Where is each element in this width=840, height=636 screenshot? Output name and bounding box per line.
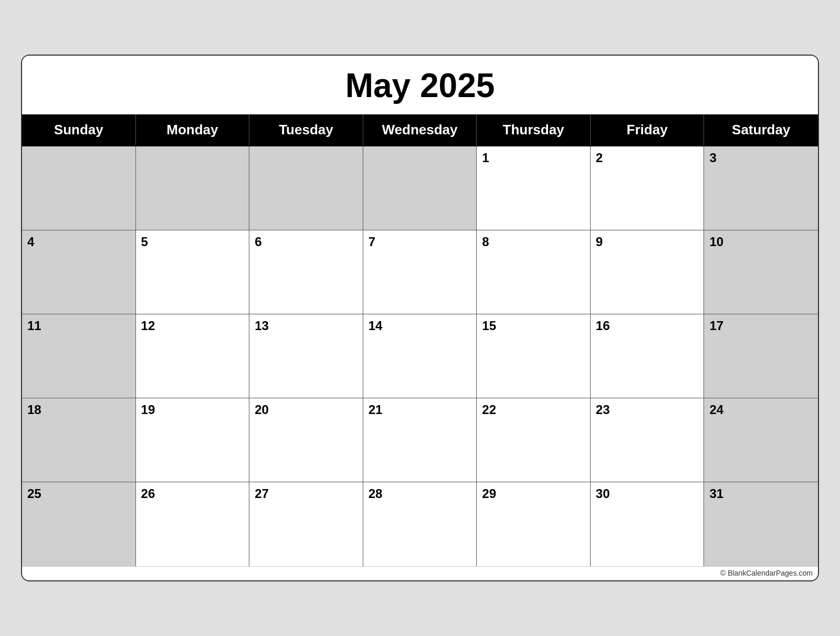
day-cell-25[interactable]: 25 bbox=[22, 482, 136, 566]
day-header-thursday: Thursday bbox=[477, 114, 591, 145]
day-cell-11[interactable]: 11 bbox=[22, 314, 136, 398]
day-cell-3[interactable]: 3 bbox=[704, 146, 818, 230]
day-cell-20[interactable]: 20 bbox=[249, 398, 363, 482]
day-header-tuesday: Tuesday bbox=[249, 114, 363, 145]
day-cell-18[interactable]: 18 bbox=[22, 398, 136, 482]
day-cell-4[interactable]: 4 bbox=[22, 230, 136, 314]
day-cell-6[interactable]: 6 bbox=[249, 230, 363, 314]
day-cell-17[interactable]: 17 bbox=[704, 314, 818, 398]
day-header-saturday: Saturday bbox=[704, 114, 818, 145]
day-cell-30[interactable]: 30 bbox=[591, 482, 705, 566]
day-cell-23[interactable]: 23 bbox=[591, 398, 705, 482]
day-cell-12[interactable]: 12 bbox=[136, 314, 250, 398]
day-cell-24[interactable]: 24 bbox=[704, 398, 818, 482]
day-cell-empty[interactable] bbox=[22, 146, 136, 230]
day-cell-31[interactable]: 31 bbox=[704, 482, 818, 566]
day-cell-14[interactable]: 14 bbox=[363, 314, 477, 398]
day-cell-1[interactable]: 1 bbox=[477, 146, 591, 230]
day-cell-19[interactable]: 19 bbox=[136, 398, 250, 482]
calendar-container: May 2025 SundayMondayTuesdayWednesdayThu… bbox=[21, 55, 819, 581]
day-cell-15[interactable]: 15 bbox=[477, 314, 591, 398]
day-header-monday: Monday bbox=[136, 114, 250, 145]
day-cell-29[interactable]: 29 bbox=[477, 482, 591, 566]
day-cell-empty[interactable] bbox=[363, 146, 477, 230]
day-cell-7[interactable]: 7 bbox=[363, 230, 477, 314]
day-header-wednesday: Wednesday bbox=[363, 114, 477, 145]
day-cell-9[interactable]: 9 bbox=[591, 230, 705, 314]
day-cell-empty[interactable] bbox=[136, 146, 250, 230]
calendar-title: May 2025 bbox=[22, 56, 818, 114]
day-cell-8[interactable]: 8 bbox=[477, 230, 591, 314]
day-cell-5[interactable]: 5 bbox=[136, 230, 250, 314]
day-cell-13[interactable]: 13 bbox=[249, 314, 363, 398]
day-cell-16[interactable]: 16 bbox=[591, 314, 705, 398]
watermark: © BlankCalendarPages.com bbox=[22, 566, 818, 580]
day-cell-28[interactable]: 28 bbox=[363, 482, 477, 566]
calendar-grid: 1234567891011121314151617181920212223242… bbox=[22, 145, 818, 566]
calendar-header: SundayMondayTuesdayWednesdayThursdayFrid… bbox=[22, 114, 818, 145]
day-cell-26[interactable]: 26 bbox=[136, 482, 250, 566]
day-cell-21[interactable]: 21 bbox=[363, 398, 477, 482]
day-cell-10[interactable]: 10 bbox=[704, 230, 818, 314]
day-header-friday: Friday bbox=[591, 114, 705, 145]
day-cell-empty[interactable] bbox=[249, 146, 363, 230]
day-cell-22[interactable]: 22 bbox=[477, 398, 591, 482]
day-cell-2[interactable]: 2 bbox=[591, 146, 705, 230]
day-cell-27[interactable]: 27 bbox=[249, 482, 363, 566]
day-header-sunday: Sunday bbox=[22, 114, 136, 145]
